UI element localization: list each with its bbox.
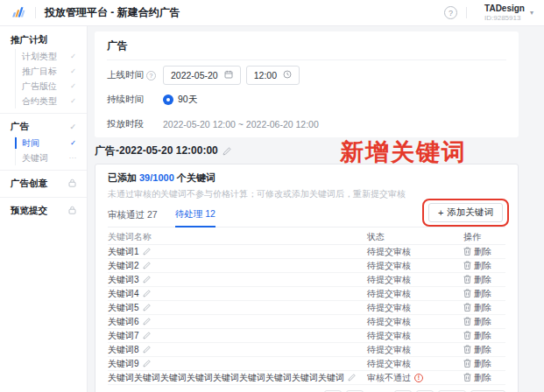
check-icon: ✓ bbox=[70, 97, 76, 105]
edit-icon[interactable] bbox=[143, 304, 151, 312]
sidebar-item-label: 合约类型 bbox=[22, 95, 57, 108]
sidebar-item-label: 关键词 bbox=[22, 152, 48, 164]
keyword-name: 关键词7 bbox=[108, 330, 139, 342]
keyword-name: 关键词6 bbox=[108, 316, 139, 328]
delete-button[interactable]: 删除 bbox=[463, 316, 505, 328]
delete-button[interactable]: 删除 bbox=[463, 302, 505, 314]
delete-button[interactable]: 删除 bbox=[463, 330, 505, 342]
edit-icon[interactable] bbox=[143, 290, 151, 298]
delete-button[interactable]: 删除 bbox=[463, 358, 505, 370]
trash-icon bbox=[463, 247, 471, 257]
duration-row: 持续时间 90天 bbox=[107, 90, 506, 109]
plus-icon: + bbox=[438, 208, 443, 218]
edit-icon[interactable] bbox=[143, 346, 151, 354]
edit-icon[interactable] bbox=[143, 332, 151, 340]
delete-button[interactable]: 删除 bbox=[463, 260, 505, 272]
table-row: 关键词7 待提交审核 ! 删除 bbox=[108, 329, 505, 343]
trash-icon bbox=[463, 345, 471, 355]
delete-label: 删除 bbox=[474, 302, 491, 314]
sidebar-item-label: 推广目标 bbox=[22, 66, 57, 78]
delete-label: 删除 bbox=[474, 274, 491, 286]
duration-value: 90天 bbox=[178, 94, 197, 106]
delete-button[interactable]: 删除 bbox=[463, 344, 505, 356]
sidebar-item-contract-type[interactable]: 合约类型 ✓ bbox=[16, 94, 87, 108]
column-keyword-name: 关键词名称 bbox=[108, 231, 367, 243]
keyword-tabs: 审核通过 27 待处理 12 + 添加关键词 bbox=[108, 207, 505, 228]
date-input[interactable]: 2022-05-20 bbox=[163, 66, 241, 85]
sidebar-divider bbox=[0, 197, 87, 198]
edit-icon[interactable] bbox=[143, 248, 151, 256]
lock-icon bbox=[68, 178, 76, 189]
column-action: 操作 bbox=[463, 231, 505, 243]
sidebar-divider bbox=[0, 170, 87, 171]
tab-count: 27 bbox=[147, 209, 158, 221]
sidebar-section-ad[interactable]: 广告 ✓ bbox=[0, 118, 87, 136]
sidebar-section-preview-submit[interactable]: 预览提交 bbox=[0, 202, 87, 220]
table-row: 关键词关键词关键词关键词关键词关键词关键词关键词关键词 审核不通过 ! 删除 bbox=[108, 371, 505, 385]
keyword-status: 待提交审核 bbox=[367, 260, 411, 272]
trash-icon bbox=[463, 303, 471, 313]
time-input[interactable]: 12:00 bbox=[246, 66, 300, 85]
keyword-status: 待提交审核 bbox=[367, 246, 411, 258]
sidebar-divider bbox=[0, 113, 87, 114]
trash-icon bbox=[463, 373, 471, 383]
delete-button[interactable]: 删除 bbox=[463, 246, 505, 258]
sidebar-item-promo-target[interactable]: 推广目标 ✓ bbox=[16, 64, 87, 79]
tab-pending[interactable]: 待处理 12 bbox=[175, 208, 215, 228]
keyword-card: 已添加39/1000个关键词 未通过审核的关键词不参与价格计算；可修改或添加关键… bbox=[95, 164, 519, 392]
sidebar-item-time[interactable]: 时间 ✓ bbox=[16, 136, 87, 150]
keyword-table-header: 关键词名称 状态 操作 bbox=[108, 230, 505, 245]
sidebar-section-label: 广告创意 bbox=[11, 178, 47, 190]
help-icon[interactable]: ? bbox=[444, 6, 457, 19]
radio-selected-icon bbox=[163, 94, 173, 105]
table-row: 关键词8 待提交审核 ! 删除 bbox=[108, 343, 505, 357]
keyword-name: 关键词8 bbox=[108, 344, 139, 356]
delete-button[interactable]: 删除 bbox=[463, 274, 505, 286]
check-icon: ✓ bbox=[70, 139, 76, 147]
info-icon[interactable]: ? bbox=[146, 71, 156, 80]
period-value: 2022-05-20 12:00 ~ 2022-06-20 12:00 bbox=[163, 119, 319, 130]
clock-icon bbox=[283, 70, 292, 80]
tab-approved[interactable]: 审核通过 27 bbox=[108, 209, 158, 227]
chevron-down-icon: ▾ bbox=[530, 9, 533, 17]
account-menu[interactable]: TADesign ID:9285913 ▾ bbox=[484, 4, 533, 22]
edit-icon[interactable] bbox=[143, 318, 151, 326]
sidebar-item-plan-type[interactable]: 计划类型 ✓ bbox=[16, 49, 87, 64]
add-keyword-button[interactable]: + 添加关键词 bbox=[428, 203, 503, 222]
sidebar-item-ad-slot[interactable]: 广告版位 ✓ bbox=[16, 79, 87, 94]
warning-icon[interactable]: ! bbox=[414, 374, 423, 382]
edit-icon[interactable] bbox=[143, 276, 151, 284]
sidebar-item-keywords[interactable]: 关键词 ⋯ bbox=[16, 150, 87, 165]
add-keyword-label: 添加关键词 bbox=[448, 206, 494, 219]
trash-icon bbox=[463, 275, 471, 285]
edit-icon[interactable] bbox=[223, 147, 231, 156]
sidebar: 推广计划 计划类型 ✓ 推广目标 ✓ 广告版位 ✓ 合约类型 ✓ 广告 ✓ 时间… bbox=[0, 26, 88, 392]
ad-section-title: 广告 bbox=[107, 38, 506, 60]
online-time-label: 上线时间 bbox=[107, 69, 144, 81]
delete-label: 删除 bbox=[474, 344, 491, 356]
delete-label: 删除 bbox=[474, 358, 491, 370]
table-row: 关键词9 待提交审核 ! 删除 bbox=[108, 357, 505, 371]
account-id: ID:9285913 bbox=[484, 14, 525, 22]
added-prefix: 已添加 bbox=[108, 172, 137, 183]
sidebar-section-creative[interactable]: 广告创意 bbox=[0, 175, 87, 192]
keyword-status: 待提交审核 bbox=[367, 358, 411, 370]
sidebar-section-plan[interactable]: 推广计划 bbox=[0, 32, 87, 49]
keyword-status: 待提交审核 bbox=[367, 316, 411, 328]
delete-label: 删除 bbox=[474, 316, 491, 328]
duration-radio[interactable]: 90天 bbox=[163, 94, 197, 106]
ellipsis-icon: ⋯ bbox=[69, 154, 77, 162]
table-row: 关键词5 待提交审核 ! 删除 bbox=[108, 301, 505, 315]
logo-icon bbox=[11, 5, 26, 21]
delete-button[interactable]: 删除 bbox=[463, 372, 505, 384]
keyword-name: 关键词9 bbox=[108, 358, 139, 370]
edit-icon[interactable] bbox=[143, 262, 151, 270]
edit-icon[interactable] bbox=[348, 374, 356, 382]
keyword-table-body: 关键词1 待提交审核 ! 删除 关键词2 待提交审核 ! bbox=[108, 245, 505, 385]
keyword-name: 关键词2 bbox=[108, 260, 139, 272]
delete-button[interactable]: 删除 bbox=[463, 288, 505, 300]
delete-label: 删除 bbox=[474, 288, 491, 300]
tab-count: 12 bbox=[205, 208, 215, 220]
edit-icon[interactable] bbox=[143, 360, 151, 368]
trash-icon bbox=[463, 331, 471, 341]
